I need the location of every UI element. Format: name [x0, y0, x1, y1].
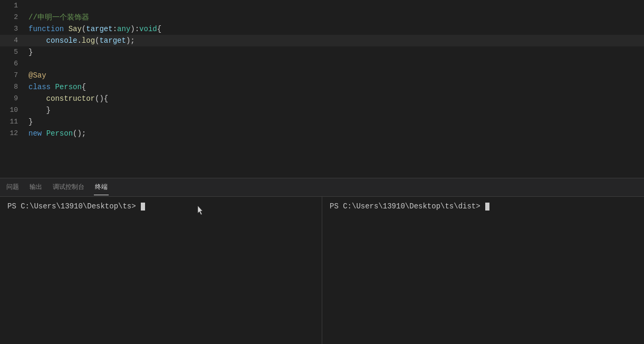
- code-line-9: 9 constructor(){: [0, 93, 644, 104]
- code-line-3: 3 function Say(target:any):void{: [0, 23, 644, 35]
- code-line-10: 10 }: [0, 104, 644, 116]
- code-editor[interactable]: 1 2 //申明一个装饰器 3 function Say(target:any)…: [0, 0, 644, 178]
- terminal-left-cursor: [141, 203, 145, 211]
- code-line-4: 4 console.log(target);: [0, 35, 644, 46]
- code-line-7: 7 @Say: [0, 70, 644, 81]
- code-line-6: 6: [0, 58, 644, 70]
- tab-debug-console[interactable]: 调试控制台: [52, 179, 85, 195]
- terminal-right-cursor: [485, 203, 489, 211]
- code-line-1: 1: [0, 0, 644, 12]
- code-line-11: 11 }: [0, 116, 644, 128]
- terminal-right-prompt: PS C:\Users\13910\Desktop\ts\dist>: [330, 202, 637, 211]
- code-line-2: 2 //申明一个装饰器: [0, 12, 644, 23]
- code-lines: 1 2 //申明一个装饰器 3 function Say(target:any)…: [0, 0, 644, 139]
- terminal-area[interactable]: PS C:\Users\13910\Desktop\ts> PS C:\User…: [0, 196, 644, 344]
- panel-tabs: 问题 输出 调试控制台 终端: [0, 178, 644, 196]
- code-line-12: 12 new Person();: [0, 128, 644, 139]
- code-line-8: 8 class Person{: [0, 81, 644, 93]
- tab-problems[interactable]: 问题: [5, 179, 20, 195]
- terminal-left[interactable]: PS C:\Users\13910\Desktop\ts>: [0, 197, 322, 344]
- terminal-left-prompt: PS C:\Users\13910\Desktop\ts>: [7, 202, 314, 211]
- code-line-5: 5 }: [0, 46, 644, 58]
- tab-terminal[interactable]: 终端: [94, 179, 109, 195]
- tab-output[interactable]: 输出: [28, 179, 43, 195]
- terminal-right[interactable]: PS C:\Users\13910\Desktop\ts\dist>: [322, 197, 644, 344]
